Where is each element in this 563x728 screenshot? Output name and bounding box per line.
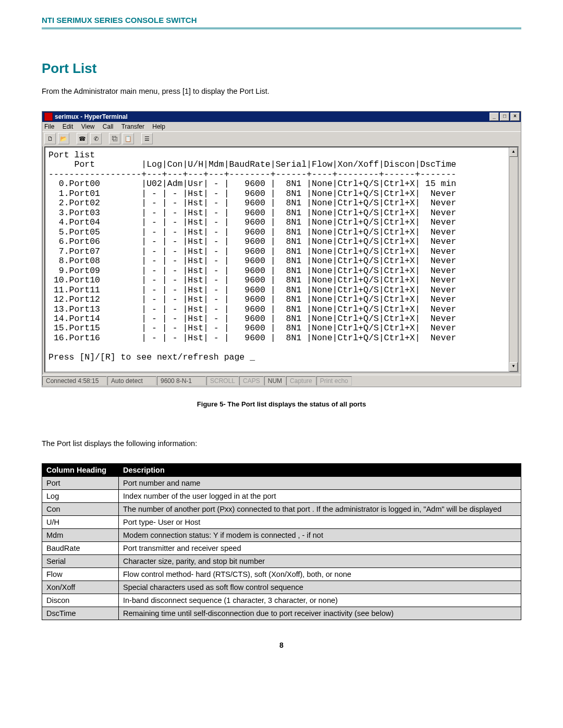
- statusbar: Connected 4:58:15 Auto detect 9600 8-N-1…: [42, 375, 521, 387]
- menu-transfer[interactable]: Transfer: [121, 123, 144, 130]
- hangup-icon[interactable]: ✆: [90, 133, 102, 144]
- table-cell-description: Character size, parity, and stop bit num…: [119, 555, 521, 568]
- table-cell-description: The number of another port (Pxx) connect…: [119, 503, 521, 516]
- status-num: NUM: [264, 376, 286, 386]
- table-cell-heading: Discon: [42, 594, 119, 607]
- maximize-button[interactable]: □: [500, 113, 509, 121]
- table-cell-heading: Xon/Xoff: [42, 581, 119, 594]
- table-cell-description: Index number of the user logged in at th…: [119, 490, 521, 503]
- table-row: FlowFlow control method- hard (RTS/CTS),…: [42, 568, 521, 581]
- table-row: LogIndex number of the user logged in at…: [42, 490, 521, 503]
- status-detect: Auto detect: [107, 376, 156, 386]
- phone-icon[interactable]: ☎: [77, 133, 88, 144]
- terminal-area: Port list Port |Log|Con|U/H|Mdm|BaudRate…: [44, 146, 519, 373]
- intro-text: From the Administrator main menu, press …: [42, 87, 521, 95]
- table-cell-heading: U/H: [42, 516, 119, 529]
- table-row: SerialCharacter size, parity, and stop b…: [42, 555, 521, 568]
- table-row: DisconIn-band disconnect sequence (1 cha…: [42, 594, 521, 607]
- new-doc-icon[interactable]: 🗋: [44, 133, 56, 144]
- table-row: PortPort number and name: [42, 477, 521, 490]
- table-cell-heading: Mdm: [42, 529, 119, 542]
- status-echo: Print echo: [316, 376, 352, 386]
- column-description-table: Column Heading Description PortPort numb…: [42, 463, 521, 620]
- open-doc-icon[interactable]: 📂: [58, 133, 69, 144]
- table-cell-description: Port number and name: [119, 477, 521, 490]
- window-titlebar: serimux - HyperTerminal _ □ ×: [42, 112, 521, 122]
- table-cell-heading: Port: [42, 477, 119, 490]
- page-number: 8: [42, 641, 521, 649]
- table-cell-description: Flow control method- hard (RTS/CTS), sof…: [119, 568, 521, 581]
- table-cell-heading: Serial: [42, 555, 119, 568]
- menu-edit[interactable]: Edit: [63, 123, 74, 130]
- minimize-button[interactable]: _: [489, 113, 499, 121]
- table-cell-description: Port transmitter and receiver speed: [119, 542, 521, 555]
- app-icon: [44, 113, 53, 121]
- table-cell-description: Remaining time until self-disconnection …: [119, 607, 521, 620]
- section-title: Port List: [42, 60, 521, 77]
- menu-file[interactable]: File: [44, 123, 54, 130]
- table-cell-heading: Con: [42, 503, 119, 516]
- scroll-up-icon[interactable]: ▲: [509, 147, 518, 157]
- status-settings: 9600 8-N-1: [157, 376, 206, 386]
- table-cell-heading: BaudRate: [42, 542, 119, 555]
- table-cell-description: Modem connection status: Y if modem is c…: [119, 529, 521, 542]
- table-cell-heading: Flow: [42, 568, 119, 581]
- terminal-text: Port list Port |Log|Con|U/H|Mdm|BaudRate…: [45, 147, 509, 372]
- document-header: NTI SERIMUX SERIES CONSOLE SWITCH: [42, 16, 521, 29]
- table-row: MdmModem connection status: Y if modem i…: [42, 529, 521, 542]
- properties-icon[interactable]: ☰: [141, 133, 153, 144]
- table-intro: The Port list displays the following inf…: [42, 439, 521, 448]
- table-row: ConThe number of another port (Pxx) conn…: [42, 503, 521, 516]
- close-button[interactable]: ×: [510, 113, 520, 121]
- toolbar: 🗋 📂 ☎ ✆ ⿻ 📋 ☰: [42, 131, 521, 146]
- table-header-column: Column Heading: [42, 464, 119, 477]
- table-row: U/HPort type- User or Host: [42, 516, 521, 529]
- table-row: DscTimeRemaining time until self-disconn…: [42, 607, 521, 620]
- menu-help[interactable]: Help: [152, 123, 165, 130]
- status-caps: CAPS: [239, 376, 264, 386]
- copy-icon[interactable]: ⿻: [109, 133, 120, 144]
- menu-view[interactable]: View: [81, 123, 95, 130]
- status-scroll: SCROLL: [206, 376, 239, 386]
- status-connected: Connected 4:58:15: [42, 376, 107, 386]
- table-cell-description: Port type- User or Host: [119, 516, 521, 529]
- table-header-description: Description: [119, 464, 521, 477]
- figure-caption: Figure 5- The Port list displays the sta…: [42, 400, 521, 408]
- table-cell-heading: Log: [42, 490, 119, 503]
- vertical-scrollbar[interactable]: ▲ ▼: [509, 147, 518, 372]
- menubar: File Edit View Call Transfer Help: [42, 122, 521, 131]
- table-row: BaudRatePort transmitter and receiver sp…: [42, 542, 521, 555]
- hyperterminal-window: serimux - HyperTerminal _ □ × File Edit …: [42, 111, 521, 387]
- table-cell-description: In-band disconnect sequence (1 character…: [119, 594, 521, 607]
- table-cell-description: Special characters used as soft flow con…: [119, 581, 521, 594]
- table-row: Xon/XoffSpecial characters used as soft …: [42, 581, 521, 594]
- scroll-down-icon[interactable]: ▼: [509, 362, 518, 372]
- table-cell-heading: DscTime: [42, 607, 119, 620]
- menu-call[interactable]: Call: [103, 123, 114, 130]
- window-title: serimux - HyperTerminal: [55, 113, 128, 120]
- status-capture: Capture: [286, 376, 316, 386]
- paste-icon[interactable]: 📋: [123, 133, 134, 144]
